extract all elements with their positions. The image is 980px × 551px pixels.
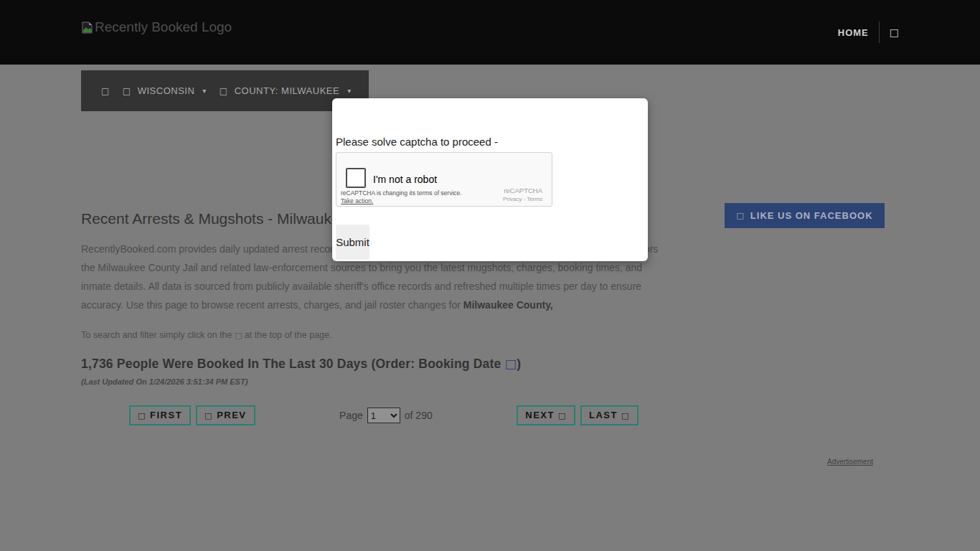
state-icon: □ bbox=[123, 86, 131, 96]
sort-order-icon[interactable]: □ bbox=[505, 357, 517, 371]
booked-count-heading: 1,736 People Were Booked In The Last 30 … bbox=[81, 357, 669, 372]
recaptcha-notice: reCAPTCHA is changing its terms of servi… bbox=[341, 189, 462, 197]
page-select[interactable]: 1 bbox=[367, 408, 400, 423]
recaptcha-privacy-link[interactable]: Privacy bbox=[503, 196, 522, 202]
filter-menu-button[interactable]: □ bbox=[101, 86, 110, 96]
logo-alt-text: Recently Booked Logo bbox=[95, 19, 232, 35]
header-nav: HOME □ bbox=[838, 22, 899, 43]
county-dropdown[interactable]: □ COUNTY: MILWAUKEE ▾ bbox=[220, 85, 352, 96]
facebook-icon: □ bbox=[736, 211, 744, 220]
captcha-modal: Please solve captcha to proceed - I'm no… bbox=[332, 98, 648, 261]
county-dropdown-label: COUNTY: MILWAUKEE bbox=[235, 85, 339, 96]
search-icon[interactable]: □ bbox=[890, 27, 899, 38]
site-header: Recently Booked Logo HOME □ bbox=[0, 0, 980, 65]
page-count-label: of 290 bbox=[405, 410, 433, 421]
page-label: Page bbox=[339, 410, 363, 421]
home-link[interactable]: HOME bbox=[838, 27, 869, 38]
prev-icon: □ bbox=[204, 411, 213, 420]
prev-page-button[interactable]: □ PREV bbox=[196, 405, 255, 425]
state-dropdown-label: WISCONSIN bbox=[138, 85, 195, 96]
first-page-button[interactable]: □ FIRST bbox=[129, 405, 191, 425]
recaptcha-terms-link[interactable]: Terms bbox=[527, 196, 542, 202]
county-icon: □ bbox=[220, 86, 228, 96]
recaptcha-widget: I'm not a robot reCAPTCHA is changing it… bbox=[336, 152, 552, 207]
recaptcha-checkbox-label: I'm not a robot bbox=[373, 174, 437, 185]
nav-divider bbox=[879, 22, 880, 43]
recaptcha-logo-text: reCAPTCHA bbox=[504, 187, 542, 194]
filter-bar: □ □ WISCONSIN ▾ □ COUNTY: MILWAUKEE ▾ bbox=[81, 70, 369, 111]
recaptcha-take-action-link[interactable]: Take action. bbox=[341, 197, 373, 204]
next-page-button[interactable]: NEXT □ bbox=[517, 405, 575, 425]
intro-bold-text: Milwaukee County, bbox=[463, 299, 553, 311]
chevron-down-icon: ▾ bbox=[347, 87, 352, 95]
menu-icon: □ bbox=[101, 86, 110, 96]
broken-image-icon bbox=[81, 22, 93, 34]
first-icon: □ bbox=[138, 411, 146, 420]
search-hint: To search and filter simply click on the… bbox=[81, 330, 669, 340]
state-dropdown[interactable]: □ WISCONSIN ▾ bbox=[123, 85, 207, 96]
site-logo[interactable]: Recently Booked Logo bbox=[81, 19, 232, 35]
submit-button[interactable]: Submit bbox=[336, 225, 369, 260]
advertisement-link[interactable]: Advertisement bbox=[827, 458, 873, 466]
last-page-button[interactable]: LAST □ bbox=[580, 405, 639, 425]
search-hint-icon: □ bbox=[235, 331, 242, 340]
like-us-on-facebook-button[interactable]: □ LIKE US ON FACEBOOK bbox=[725, 203, 885, 228]
last-icon: □ bbox=[621, 411, 630, 420]
next-icon: □ bbox=[558, 411, 567, 420]
pagination: □ FIRST □ PREV Page 1 of 290 NEXT □ LAST… bbox=[81, 405, 669, 425]
recaptcha-checkbox[interactable] bbox=[346, 168, 366, 188]
page-indicator: Page 1 of 290 bbox=[339, 408, 433, 423]
chevron-down-icon: ▾ bbox=[202, 87, 207, 95]
recaptcha-links: Privacy - Terms bbox=[503, 196, 542, 202]
last-updated-text: (Last Updated On 1/24/2026 3:51:34 PM ES… bbox=[81, 377, 669, 386]
captcha-prompt: Please solve captcha to proceed - bbox=[336, 136, 644, 148]
sidebar: □ LIKE US ON FACEBOOK Advertisement bbox=[725, 203, 899, 466]
